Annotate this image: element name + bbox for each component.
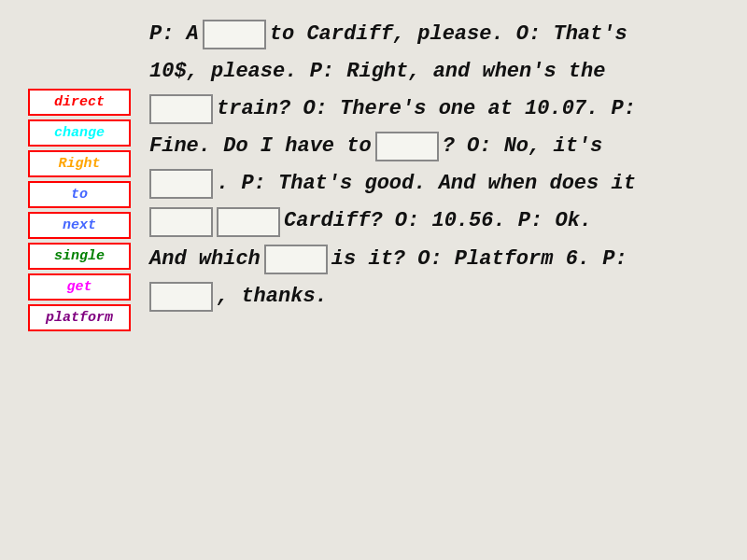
blank-8[interactable] <box>149 282 213 312</box>
line-7: And which is it? O: Platform 6. P: <box>149 244 738 275</box>
line2-text: 10$, please. P: Right, and when's the <box>149 56 605 88</box>
line5-post: . P: That's good. And when does it <box>217 168 636 200</box>
word-btn-to[interactable]: to <box>28 181 131 208</box>
blank-6[interactable] <box>217 207 280 237</box>
line-8: , thanks. <box>149 281 738 313</box>
word-btn-right[interactable]: Right <box>28 150 131 177</box>
line7-pre: And which <box>149 244 261 275</box>
word-btn-platform[interactable]: platform <box>28 304 131 331</box>
line3-post: train? O: There's one at 10.07. P: <box>217 93 636 125</box>
word-btn-direct[interactable]: direct <box>28 89 131 116</box>
word-btn-get[interactable]: get <box>28 273 131 301</box>
line-4: Fine. Do I have to ? O: No, it's <box>149 131 738 162</box>
word-btn-single[interactable]: single <box>28 243 131 270</box>
word-btn-change[interactable]: change <box>28 119 131 147</box>
word-bank: direct change Right to next single get p… <box>28 89 131 331</box>
blank-4[interactable] <box>149 169 213 199</box>
line6-post: Cardiff? O: 10.56. P: Ok. <box>284 205 592 237</box>
word-btn-next[interactable]: next <box>28 212 131 239</box>
line4-pre: Fine. Do I have to <box>149 131 372 162</box>
blank-7[interactable] <box>264 245 328 274</box>
blank-1[interactable] <box>203 20 266 49</box>
line1-post: to Cardiff, please. O: That's <box>270 19 627 50</box>
blank-2[interactable] <box>149 94 213 124</box>
blank-3[interactable] <box>375 132 439 161</box>
line-3: train? O: There's one at 10.07. P: <box>149 93 738 125</box>
main-content: P: A to Cardiff, please. O: That's 10$, … <box>149 19 738 318</box>
line-1: P: A to Cardiff, please. O: That's <box>149 19 738 50</box>
line-2: 10$, please. P: Right, and when's the <box>149 56 738 88</box>
line7-post: is it? O: Platform 6. P: <box>331 244 627 275</box>
line4-post: ? O: No, it's <box>443 131 603 162</box>
line8-post: , thanks. <box>217 281 328 313</box>
line-5: . P: That's good. And when does it <box>149 168 738 200</box>
line-6: Cardiff? O: 10.56. P: Ok. <box>149 205 738 237</box>
blank-5[interactable] <box>149 207 213 237</box>
line1-pre: P: A <box>149 19 199 50</box>
